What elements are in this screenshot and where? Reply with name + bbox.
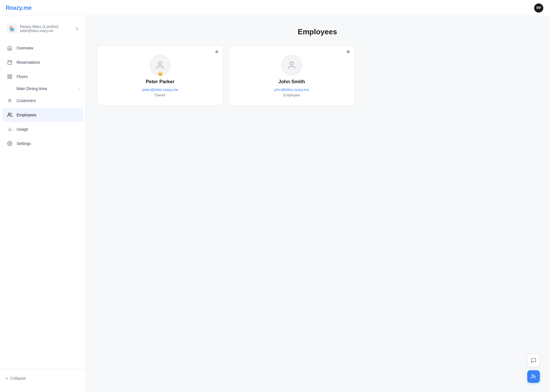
sidebar: 🏪 Reazy Bites (London) peter@bites.reazy…: [0, 16, 86, 392]
sidebar-item-usage-label: Usage: [17, 127, 28, 132]
sidebar-nav: Overview Reservations: [0, 41, 85, 369]
sub-item-label: Main Dining Area: [17, 86, 47, 91]
usage-icon: [6, 125, 14, 133]
chevron-right-icon: ›: [79, 87, 80, 91]
home-icon: [6, 44, 14, 52]
workspace-icon: 🏪: [7, 23, 17, 34]
topbar: Reazy.me PP: [0, 0, 549, 16]
customers-icon: [6, 97, 14, 105]
add-employee-fab-button[interactable]: [527, 370, 540, 383]
chat-fab-button[interactable]: [527, 354, 540, 367]
employee-name-peter: Peter Parker: [146, 79, 174, 85]
fab-container: [527, 354, 540, 383]
sidebar-item-reservations[interactable]: Reservations: [2, 55, 83, 69]
svg-rect-4: [8, 75, 9, 76]
employee-name-john: John Smith: [279, 79, 305, 85]
sidebar-subitem-main-dining[interactable]: Main Dining Area ›: [2, 84, 83, 93]
main-layout: 🏪 Reazy Bites (London) peter@bites.reazy…: [0, 16, 549, 392]
calendar-icon: [6, 58, 14, 66]
employees-grid: 👑 Peter Parker peter@bites.reazy.me Owne…: [97, 45, 355, 106]
sidebar-item-floors-label: Floors: [17, 74, 28, 79]
sidebar-item-settings-label: Settings: [17, 141, 31, 146]
crown-icon-peter: 👑: [158, 71, 163, 76]
svg-rect-5: [10, 75, 12, 76]
employee-role-peter: Owner: [155, 93, 166, 97]
status-dot-peter: [215, 50, 218, 53]
status-dot-john: [347, 50, 350, 53]
employees-icon: [6, 111, 14, 119]
workspace-selector[interactable]: 🏪 Reazy Bites (London) peter@bites.reazy…: [2, 21, 83, 37]
sidebar-item-employees[interactable]: Employees: [2, 108, 83, 122]
svg-point-15: [9, 143, 11, 144]
app-logo: Reazy.me: [6, 5, 32, 11]
page-title: Employees: [97, 27, 538, 36]
sidebar-item-customers[interactable]: Customers: [2, 94, 83, 108]
sidebar-item-overview-label: Overview: [17, 46, 33, 50]
svg-rect-6: [8, 77, 9, 79]
logo-accent: .me: [22, 5, 31, 11]
sidebar-footer: « Collapse: [0, 369, 85, 387]
svg-rect-7: [10, 77, 12, 79]
collapse-button[interactable]: « Collapse: [5, 374, 81, 383]
sidebar-item-settings[interactable]: Settings: [2, 137, 83, 150]
sidebar-item-usage[interactable]: Usage: [2, 122, 83, 136]
svg-point-18: [532, 375, 534, 377]
settings-icon: [6, 140, 14, 148]
employee-email-john: john@bites.reazy.me: [274, 87, 309, 92]
sidebar-item-employees-label: Employees: [17, 113, 36, 117]
svg-rect-0: [8, 61, 12, 65]
svg-point-11: [8, 113, 10, 115]
workspace-name: Reazy Bites (London): [20, 24, 75, 29]
svg-point-16: [159, 62, 162, 65]
svg-line-9: [8, 100, 8, 101]
user-avatar[interactable]: PP: [534, 3, 543, 13]
employee-card-peter-parker[interactable]: 👑 Peter Parker peter@bites.reazy.me Owne…: [97, 45, 223, 106]
floors-icon: [6, 73, 14, 81]
collapse-label: Collapse: [10, 376, 26, 381]
svg-point-17: [290, 62, 293, 65]
avatar-john-smith: [281, 55, 302, 75]
workspace-location: (London): [43, 24, 59, 29]
sidebar-item-reservations-label: Reservations: [17, 60, 40, 65]
employee-email-peter: peter@bites.reazy.me: [142, 87, 178, 92]
logo-main: Reazy: [6, 5, 22, 11]
main-content: Employees 👑 Peter Parker peter@bites.rea…: [86, 16, 549, 392]
svg-line-10: [11, 100, 12, 101]
sidebar-item-customers-label: Customers: [17, 98, 36, 103]
avatar-peter-parker: 👑: [150, 55, 170, 75]
employee-role-john: Employee: [283, 93, 300, 97]
workspace-email: peter@bites.reazy.me: [20, 29, 75, 33]
sidebar-item-floors[interactable]: Floors: [2, 70, 83, 83]
chevron-updown-icon: ⇅: [75, 26, 79, 31]
workspace-info: Reazy Bites (London) peter@bites.reazy.m…: [20, 24, 75, 33]
collapse-icon: «: [6, 376, 8, 381]
sidebar-item-overview[interactable]: Overview: [2, 41, 83, 55]
employee-card-john-smith[interactable]: John Smith john@bites.reazy.me Employee: [229, 45, 355, 106]
